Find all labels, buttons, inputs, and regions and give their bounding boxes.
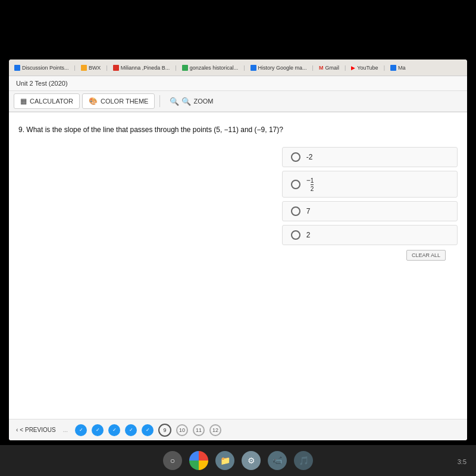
nav-page-6[interactable] [108, 424, 120, 436]
nav-page-9[interactable]: 9 [158, 424, 171, 437]
radio-c[interactable] [291, 206, 300, 216]
taskbar-icon-music[interactable]: 🎵 [294, 451, 313, 470]
question-body: What is the slope of the line that passe… [26, 126, 283, 134]
tab-label-ma: Ma [398, 65, 406, 71]
tab-icon-youtube: ▶ [351, 65, 355, 71]
nav-page-11[interactable]: 11 [193, 424, 205, 436]
prev-label: < PREVIOUS [20, 427, 55, 433]
choice-d-text: 2 [306, 231, 311, 239]
nav-page-8[interactable] [142, 424, 154, 436]
screen: Discussion Points... | BWX | Milianna ,P… [9, 60, 467, 440]
calculator-label: CALCULATOR [30, 98, 73, 105]
tab-label-discussion: Discussion Points... [22, 65, 69, 71]
taskbar-icon-video[interactable]: 📹 [268, 451, 287, 470]
nav-page-7[interactable] [125, 424, 137, 436]
choice-a-text: -2 [306, 153, 313, 161]
choice-c[interactable]: 7 [282, 201, 458, 221]
page-title: Unit 2 Test (2020) [16, 80, 68, 87]
taskbar-icon-search[interactable]: ○ [163, 451, 182, 470]
nav-page-4[interactable] [75, 424, 87, 436]
app-content: Unit 2 Test (2020) ▦ CALCULATOR 🎨 COLOR … [9, 76, 467, 440]
tab-history[interactable]: History Google ma... [248, 64, 310, 72]
choice-c-text: 7 [306, 207, 311, 215]
taskbar-icon-files[interactable]: 📁 [215, 451, 234, 470]
zoom-in-icon[interactable]: 🔍 [181, 97, 191, 106]
nav-page-12[interactable]: 12 [209, 424, 221, 436]
tab-icon-history [250, 65, 256, 71]
tab-bwx[interactable]: BWX [78, 64, 104, 72]
tab-icon-bwx [81, 65, 87, 71]
taskbar-time: 3:5 [458, 458, 466, 465]
radio-a[interactable] [291, 152, 300, 162]
choice-d[interactable]: 2 [282, 225, 458, 245]
zoom-out-icon[interactable]: 🔍 [170, 97, 179, 106]
tab-label-milianna: Milianna ,Pineda B... [121, 65, 170, 71]
zoom-area: 🔍 🔍 ZOOM [165, 94, 218, 109]
tab-label-gonzales: gonzales historical... [190, 65, 239, 71]
color-theme-button[interactable]: 🎨 COLOR THEME [82, 93, 155, 109]
tab-label-bwx: BWX [89, 65, 101, 71]
question-text: 9. What is the slope of the line that pa… [18, 124, 458, 135]
toolbar-divider [159, 95, 160, 107]
tab-gonzales[interactable]: gonzales historical... [179, 64, 242, 72]
nav-page-10[interactable]: 10 [176, 424, 188, 436]
question-number: 9. [18, 126, 24, 134]
color-theme-icon: 🎨 [89, 97, 98, 105]
toolbar: ▦ CALCULATOR 🎨 COLOR THEME 🔍 🔍 ZOOM [9, 91, 467, 112]
tab-youtube[interactable]: ▶ YouTube [348, 64, 381, 72]
zoom-label: ZOOM [193, 98, 213, 105]
tab-icon-gmail: M [319, 65, 324, 71]
radio-d[interactable] [291, 230, 300, 240]
prev-arrow-icon: ‹ [16, 427, 18, 433]
tab-gmail[interactable]: M Gmail [316, 64, 342, 72]
tab-icon-discussion [14, 65, 20, 71]
clear-all-area: CLEAR ALL [18, 245, 458, 265]
previous-button[interactable]: ‹ < PREVIOUS [16, 427, 56, 433]
page-dots: ... [63, 427, 68, 433]
tab-label-history: History Google ma... [258, 65, 307, 71]
tab-icon-milianna [113, 65, 119, 71]
tab-label-youtube: YouTube [357, 65, 378, 71]
browser-tab-bar: Discussion Points... | BWX | Milianna ,P… [9, 60, 467, 76]
tab-milianna[interactable]: Milianna ,Pineda B... [110, 64, 173, 72]
tab-icon-ma [390, 65, 396, 71]
taskbar: ○ 📁 ⚙ 📹 🎵 3:5 [0, 445, 476, 476]
taskbar-icon-settings[interactable]: ⚙ [242, 451, 261, 470]
color-theme-label: COLOR THEME [101, 98, 148, 105]
tab-label-gmail: Gmail [325, 65, 339, 71]
tab-discussion[interactable]: Discussion Points... [11, 64, 72, 72]
answer-choices: -2 − 1 2 7 [18, 147, 458, 245]
choice-b-text: − 1 2 [306, 176, 314, 192]
tab-ma[interactable]: Ma [387, 64, 409, 72]
tab-icon-gonzales [182, 65, 188, 71]
radio-b[interactable] [291, 180, 300, 189]
fraction-half: 1 2 [311, 177, 314, 192]
choice-b[interactable]: − 1 2 [282, 171, 458, 198]
question-area: 9. What is the slope of the line that pa… [9, 112, 467, 277]
clear-all-button[interactable]: CLEAR ALL [406, 250, 446, 261]
calculator-icon: ▦ [20, 97, 27, 105]
bottom-nav: ‹ < PREVIOUS ... 9 10 11 12 [9, 419, 467, 440]
title-bar: Unit 2 Test (2020) [9, 76, 467, 91]
nav-page-5[interactable] [92, 424, 104, 436]
calculator-button[interactable]: ▦ CALCULATOR [14, 93, 80, 109]
choice-a[interactable]: -2 [282, 147, 458, 167]
taskbar-icon-chrome[interactable] [189, 451, 208, 470]
